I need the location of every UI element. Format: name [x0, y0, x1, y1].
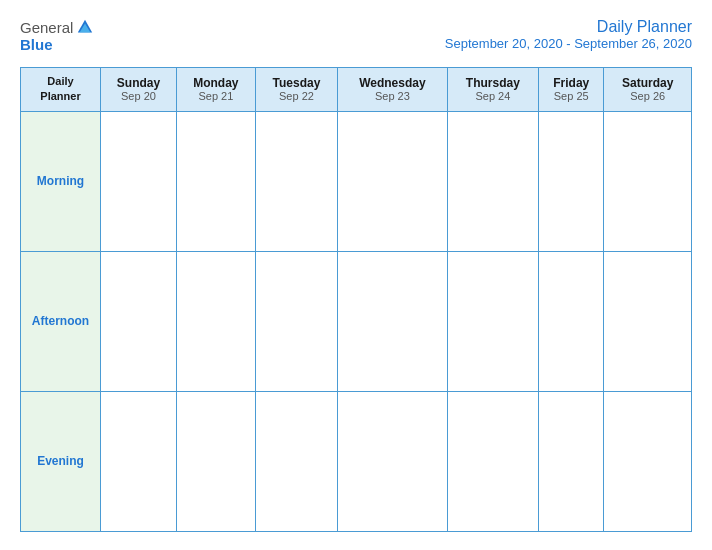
col-friday: Friday Sep 25 [539, 68, 604, 112]
evening-saturday[interactable] [604, 391, 692, 531]
col-saturday: Saturday Sep 26 [604, 68, 692, 112]
row-afternoon: Afternoon [21, 251, 692, 391]
calendar-table: Daily Planner Sunday Sep 20 Monday Sep 2… [20, 67, 692, 532]
row-evening: Evening [21, 391, 692, 531]
title-area: Daily Planner September 20, 2020 - Septe… [445, 18, 692, 51]
col-wednesday: Wednesday Sep 23 [338, 68, 447, 112]
afternoon-label: Afternoon [21, 251, 101, 391]
morning-thursday[interactable] [447, 111, 538, 251]
planner-title: Daily Planner [445, 18, 692, 36]
morning-saturday[interactable] [604, 111, 692, 251]
afternoon-monday[interactable] [176, 251, 255, 391]
header-row: Daily Planner Sunday Sep 20 Monday Sep 2… [21, 68, 692, 112]
afternoon-tuesday[interactable] [255, 251, 337, 391]
logo-area: General Blue [20, 18, 94, 53]
afternoon-sunday[interactable] [101, 251, 177, 391]
evening-thursday[interactable] [447, 391, 538, 531]
logo-blue-text: Blue [20, 36, 53, 53]
col-sunday: Sunday Sep 20 [101, 68, 177, 112]
afternoon-friday[interactable] [539, 251, 604, 391]
logo-general-text: General [20, 19, 73, 36]
evening-wednesday[interactable] [338, 391, 447, 531]
afternoon-wednesday[interactable] [338, 251, 447, 391]
evening-friday[interactable] [539, 391, 604, 531]
evening-monday[interactable] [176, 391, 255, 531]
evening-sunday[interactable] [101, 391, 177, 531]
evening-label: Evening [21, 391, 101, 531]
morning-friday[interactable] [539, 111, 604, 251]
logo-icon [76, 18, 94, 36]
col-thursday: Thursday Sep 24 [447, 68, 538, 112]
morning-wednesday[interactable] [338, 111, 447, 251]
morning-sunday[interactable] [101, 111, 177, 251]
morning-monday[interactable] [176, 111, 255, 251]
morning-label: Morning [21, 111, 101, 251]
afternoon-thursday[interactable] [447, 251, 538, 391]
col-monday: Monday Sep 21 [176, 68, 255, 112]
evening-tuesday[interactable] [255, 391, 337, 531]
row-morning: Morning [21, 111, 692, 251]
afternoon-saturday[interactable] [604, 251, 692, 391]
planner-dates: September 20, 2020 - September 26, 2020 [445, 36, 692, 51]
logo: General [20, 18, 94, 36]
morning-tuesday[interactable] [255, 111, 337, 251]
header: General Blue Daily Planner September 20,… [20, 18, 692, 53]
planner-label-header: Daily Planner [21, 68, 101, 112]
col-tuesday: Tuesday Sep 22 [255, 68, 337, 112]
